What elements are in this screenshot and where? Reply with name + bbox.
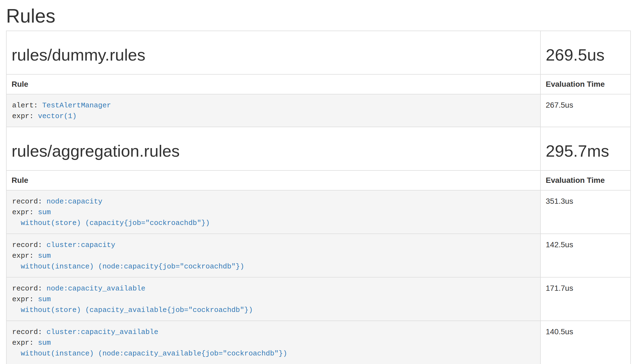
rule-link[interactable]: cluster:capacity — [47, 241, 115, 249]
rule-keyword: expr: — [12, 208, 38, 216]
rule-row: record: cluster:capacity expr: sum witho… — [6, 234, 631, 277]
rule-link[interactable]: sum without(store) (capacity{job="cockro… — [12, 208, 210, 227]
rules-table-body: rules/dummy.rules269.5usRuleEvaluation T… — [6, 31, 631, 364]
rule-keyword: record: — [12, 328, 47, 336]
rule-keyword: expr: — [12, 339, 38, 347]
rule-link[interactable]: vector(1) — [38, 112, 77, 120]
rule-keyword: record: — [12, 197, 47, 206]
rules-page: Rules rules/dummy.rules269.5usRuleEvalua… — [0, 6, 638, 364]
rules-table: rules/dummy.rules269.5usRuleEvaluation T… — [6, 31, 631, 364]
group-name: rules/aggregation.rules — [12, 142, 535, 160]
rule-link[interactable]: sum without(instance) (node:capacity_ava… — [12, 339, 287, 358]
rule-code: record: node:capacity_available expr: su… — [6, 277, 540, 321]
rule-keyword: expr: — [12, 295, 38, 303]
rule-row: record: node:capacity_available expr: su… — [6, 277, 631, 321]
rule-keyword: record: — [12, 284, 47, 293]
group-name-cell: rules/aggregation.rules — [6, 127, 540, 170]
page-title: Rules — [6, 6, 631, 27]
rule-link[interactable]: sum without(store) (capacity_available{j… — [12, 295, 253, 314]
column-header-row: RuleEvaluation Time — [6, 74, 631, 94]
evaluation-time-value: 171.7us — [540, 277, 631, 321]
rule-code: record: node:capacity expr: sum without(… — [6, 190, 540, 234]
rule-code: record: cluster:capacity expr: sum witho… — [6, 234, 540, 277]
group-eval-time: 269.5us — [546, 46, 625, 64]
evaluation-time-value: 140.5us — [540, 321, 631, 364]
rule-link[interactable]: node:capacity_available — [47, 284, 145, 293]
eval-column-header: Evaluation Time — [540, 170, 631, 190]
rule-keyword: alert: — [12, 101, 42, 110]
rule-column-header: Rule — [6, 170, 540, 190]
group-header-row: rules/aggregation.rules295.7ms — [6, 127, 631, 170]
rule-link[interactable]: TestAlertManager — [42, 101, 111, 110]
group-eval-time: 295.7ms — [546, 142, 625, 160]
evaluation-time-value: 142.5us — [540, 234, 631, 277]
rule-keyword: expr: — [12, 112, 38, 120]
group-header-row: rules/dummy.rules269.5us — [6, 31, 631, 74]
group-name: rules/dummy.rules — [12, 46, 535, 64]
rule-keyword: record: — [12, 241, 47, 249]
rule-link[interactable]: sum without(instance) (node:capacity{job… — [12, 252, 244, 271]
rule-keyword: expr: — [12, 252, 38, 260]
rule-code: record: cluster:capacity_available expr:… — [6, 321, 540, 364]
group-eval-cell: 269.5us — [540, 31, 631, 74]
rule-code: alert: TestAlertManager expr: vector(1) — [6, 94, 540, 127]
rule-row: record: node:capacity expr: sum without(… — [6, 190, 631, 234]
group-eval-cell: 295.7ms — [540, 127, 631, 170]
rule-row: record: cluster:capacity_available expr:… — [6, 321, 631, 364]
rule-column-header: Rule — [6, 74, 540, 94]
group-name-cell: rules/dummy.rules — [6, 31, 540, 74]
rule-link[interactable]: node:capacity — [47, 197, 102, 206]
evaluation-time-value: 267.5us — [540, 94, 631, 127]
evaluation-time-value: 351.3us — [540, 190, 631, 234]
rule-link[interactable]: cluster:capacity_available — [47, 328, 158, 336]
rule-row: alert: TestAlertManager expr: vector(1)2… — [6, 94, 631, 127]
eval-column-header: Evaluation Time — [540, 74, 631, 94]
column-header-row: RuleEvaluation Time — [6, 170, 631, 190]
